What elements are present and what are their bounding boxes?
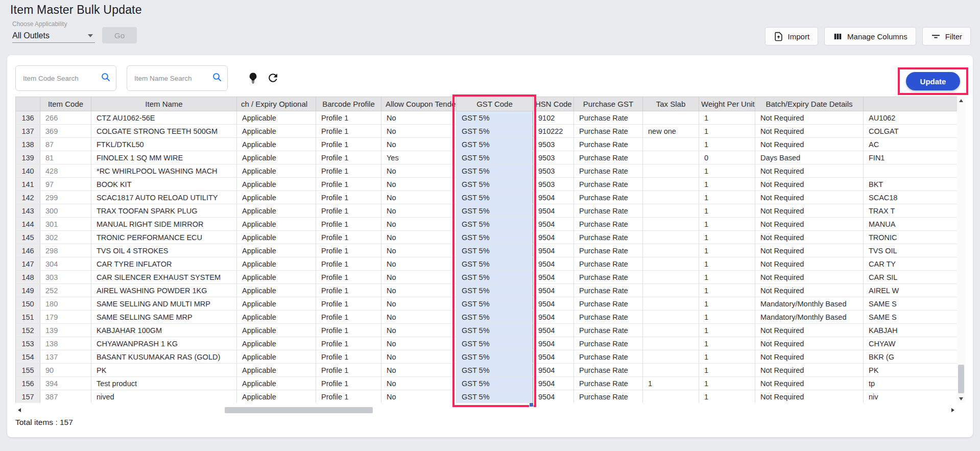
- cell-weight-per-unit[interactable]: 1: [699, 364, 755, 377]
- cell-hsn-code[interactable]: 9504: [533, 364, 574, 377]
- cell-tax-slab[interactable]: new one: [643, 125, 699, 138]
- cell-item-name[interactable]: CAR TYRE INFLATOR: [91, 257, 237, 271]
- cell-batch-expiry-date-details[interactable]: Not Required: [755, 350, 864, 364]
- cell-tax-slab[interactable]: [643, 284, 699, 297]
- cell-barcode-profile[interactable]: Profile 1: [316, 324, 381, 337]
- cell-purchase-gst[interactable]: Purchase Rate: [574, 337, 643, 350]
- cell-item-name[interactable]: CTZ AU1062-56E: [91, 111, 237, 125]
- cell-hsn-code[interactable]: 9503: [533, 178, 574, 191]
- cell-batch-expiry-date-details[interactable]: Not Required: [755, 218, 864, 231]
- cell-extra[interactable]: CAR SIL: [864, 271, 958, 284]
- cell-barcode-profile[interactable]: Profile 1: [316, 337, 381, 350]
- cell-allow-coupon-tender[interactable]: No: [381, 138, 457, 151]
- cell-weight-per-unit[interactable]: 1: [699, 125, 755, 138]
- cell-extra[interactable]: FIN1: [864, 151, 958, 164]
- cell-gst-code[interactable]: GST 5%: [457, 111, 533, 125]
- cell-weight-per-unit[interactable]: 1: [699, 257, 755, 271]
- cell-batch-expiry-date-details[interactable]: Not Required: [755, 164, 864, 178]
- cell-barcode-profile[interactable]: Profile 1: [316, 244, 381, 257]
- cell-hsn-code[interactable]: 9503: [533, 151, 574, 164]
- cell-item-code[interactable]: 394: [40, 377, 91, 390]
- cell-batch-expiry-date-details[interactable]: Not Required: [755, 337, 864, 350]
- cell-purchase-gst[interactable]: Purchase Rate: [574, 324, 643, 337]
- cell-barcode-profile[interactable]: Profile 1: [316, 377, 381, 390]
- cell-barcode-profile[interactable]: Profile 1: [316, 204, 381, 218]
- cell-tax-slab[interactable]: [643, 324, 699, 337]
- cell-batch-expiry-optional[interactable]: Applicable: [237, 191, 316, 204]
- cell-batch-expiry-date-details[interactable]: Mandatory/Monthly Based: [755, 311, 864, 324]
- scroll-right-arrow-icon[interactable]: [949, 406, 957, 414]
- cell-barcode-profile[interactable]: Profile 1: [316, 350, 381, 364]
- cell-batch-expiry-optional[interactable]: Applicable: [237, 297, 316, 311]
- cell-item-name[interactable]: CAR SILENCER EXHAUST SYSTEM: [91, 271, 237, 284]
- cell-item-code[interactable]: 266: [40, 111, 91, 125]
- cell-item-code[interactable]: 252: [40, 284, 91, 297]
- column-header-batch-expiry-date-details[interactable]: Batch/Expiry Date Details: [755, 97, 864, 111]
- cell-extra[interactable]: MANUA: [864, 218, 958, 231]
- cell-item-code[interactable]: 81: [40, 151, 91, 164]
- cell-batch-expiry-date-details[interactable]: Mandatory/Monthly Based: [755, 297, 864, 311]
- cell-gst-code[interactable]: GST 5%: [457, 231, 533, 244]
- cell-weight-per-unit[interactable]: 1: [699, 218, 755, 231]
- cell-hsn-code[interactable]: 9504: [533, 271, 574, 284]
- cell-hsn-code[interactable]: 9504: [533, 350, 574, 364]
- cell-hsn-code[interactable]: 9504: [533, 297, 574, 311]
- cell-extra[interactable]: TRONIC: [864, 231, 958, 244]
- cell-weight-per-unit[interactable]: 1: [699, 244, 755, 257]
- cell-item-name[interactable]: SCAC1817 AUTO RELOAD UTILITY: [91, 191, 237, 204]
- cell-hsn-code[interactable]: 9503: [533, 164, 574, 178]
- cell-gst-code[interactable]: GST 5%: [457, 218, 533, 231]
- cell-item-code[interactable]: 369: [40, 125, 91, 138]
- applicability-select[interactable]: All Outlets: [12, 29, 95, 43]
- cell-purchase-gst[interactable]: Purchase Rate: [574, 377, 643, 390]
- cell-hsn-code[interactable]: 9102: [533, 111, 574, 125]
- cell-allow-coupon-tender[interactable]: No: [381, 111, 457, 125]
- refresh-icon[interactable]: [266, 72, 279, 85]
- cell-purchase-gst[interactable]: Purchase Rate: [574, 138, 643, 151]
- manage-columns-button[interactable]: Manage Columns: [824, 27, 916, 45]
- cell-batch-expiry-optional[interactable]: Applicable: [237, 271, 316, 284]
- cell-extra[interactable]: KABJAH: [864, 324, 958, 337]
- cell-gst-code[interactable]: GST 5%: [457, 204, 533, 218]
- cell-tax-slab[interactable]: [643, 390, 699, 403]
- vertical-scroll-thumb[interactable]: [958, 365, 964, 393]
- cell-item-code[interactable]: 303: [40, 271, 91, 284]
- cell-gst-code[interactable]: GST 5%: [457, 125, 533, 138]
- cell-gst-code[interactable]: GST 5%: [457, 337, 533, 350]
- cell-barcode-profile[interactable]: Profile 1: [316, 364, 381, 377]
- cell-allow-coupon-tender[interactable]: No: [381, 244, 457, 257]
- cell-extra[interactable]: AIREL W: [864, 284, 958, 297]
- cell-batch-expiry-date-details[interactable]: Not Required: [755, 178, 864, 191]
- horizontal-scrollbar[interactable]: [15, 406, 957, 414]
- cell-extra[interactable]: CHYAW: [864, 337, 958, 350]
- cell-purchase-gst[interactable]: Purchase Rate: [574, 125, 643, 138]
- cell-extra[interactable]: tp: [864, 377, 958, 390]
- cell-batch-expiry-date-details[interactable]: Not Required: [755, 231, 864, 244]
- cell-hsn-code[interactable]: 9504: [533, 377, 574, 390]
- cell-extra[interactable]: AU1062: [864, 111, 958, 125]
- cell-extra[interactable]: BKR (G: [864, 350, 958, 364]
- filter-button[interactable]: Filter: [922, 27, 971, 45]
- cell-extra[interactable]: SCAC18: [864, 191, 958, 204]
- cell-batch-expiry-date-details[interactable]: Not Required: [755, 377, 864, 390]
- column-header-allow-coupon-tender[interactable]: Allow Coupon Tende: [381, 97, 457, 111]
- cell-tax-slab[interactable]: [643, 111, 699, 125]
- cell-item-name[interactable]: TRAX TOOFAN SPARK PLUG: [91, 204, 237, 218]
- cell-barcode-profile[interactable]: Profile 1: [316, 125, 381, 138]
- cell-batch-expiry-date-details[interactable]: Not Required: [755, 271, 864, 284]
- cell-batch-expiry-optional[interactable]: Applicable: [237, 231, 316, 244]
- vertical-scrollbar[interactable]: [957, 97, 965, 403]
- cell-weight-per-unit[interactable]: 1: [699, 271, 755, 284]
- cell-weight-per-unit[interactable]: 1: [699, 111, 755, 125]
- cell-item-code[interactable]: 180: [40, 297, 91, 311]
- cell-batch-expiry-date-details[interactable]: Not Required: [755, 257, 864, 271]
- cell-batch-expiry-optional[interactable]: Applicable: [237, 138, 316, 151]
- cell-tax-slab[interactable]: [643, 244, 699, 257]
- cell-item-code[interactable]: 298: [40, 244, 91, 257]
- cell-batch-expiry-date-details[interactable]: Not Required: [755, 284, 864, 297]
- cell-batch-expiry-optional[interactable]: Applicable: [237, 390, 316, 403]
- cell-hsn-code[interactable]: 9504: [533, 218, 574, 231]
- cell-allow-coupon-tender[interactable]: No: [381, 311, 457, 324]
- cell-allow-coupon-tender[interactable]: Yes: [381, 151, 457, 164]
- item-code-search-input[interactable]: [23, 75, 101, 82]
